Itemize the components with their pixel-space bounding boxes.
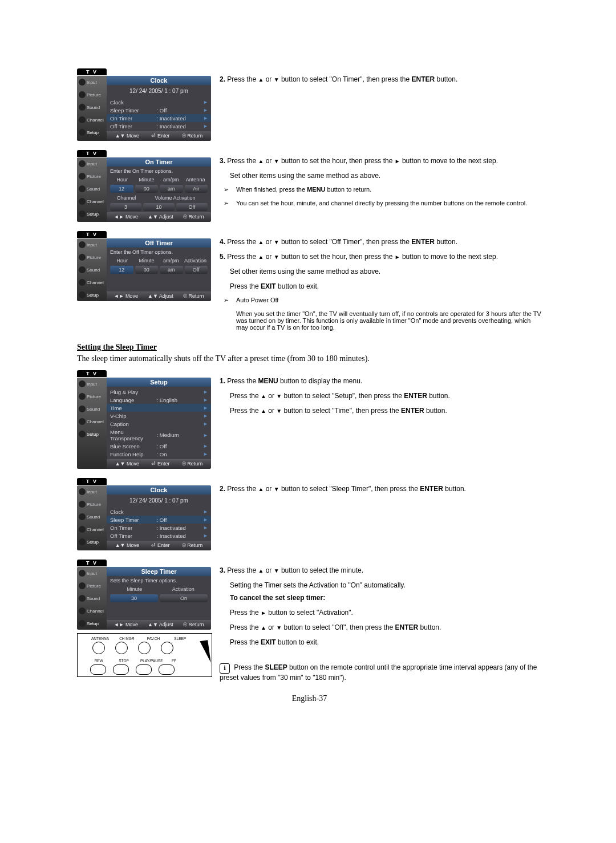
sidebar-sound: Sound: [87, 105, 100, 110]
pointer-arrow-icon: [200, 640, 210, 664]
input-icon: [79, 79, 86, 86]
chip: 3: [110, 203, 141, 211]
stop-button: [113, 664, 129, 675]
chip: am: [160, 185, 183, 193]
osd-title: Off Timer: [107, 238, 211, 248]
picture-icon: [79, 91, 86, 98]
info-icon: ℹ: [220, 663, 230, 674]
osd-tv-label: T V: [77, 68, 107, 75]
chip: Off: [185, 266, 208, 274]
sidebar-input: Input: [87, 80, 97, 85]
step-b1: 1. Press the MENU button to display the …: [214, 370, 542, 472]
chip: Air: [185, 185, 208, 193]
osd-footer: ◄► Move ▲▼ Adjust ⦾ Return: [107, 212, 211, 222]
channel-icon: [79, 116, 86, 123]
osd-on-timer: Input Picture Sound Channel Setup On Tim…: [77, 157, 211, 222]
osd-tv-label: T V: [77, 560, 107, 566]
chip: 12: [110, 266, 133, 274]
chip: 12: [110, 185, 133, 193]
osd-tv-label: T V: [77, 478, 107, 485]
channel-icon: [79, 198, 86, 205]
menu-row: On Timer: Inactivated►: [107, 114, 211, 122]
sidebar-picture: Picture: [87, 92, 101, 98]
osd-off-timer: Input Picture Sound Channel Setup Off Ti…: [77, 238, 211, 301]
sidebar-setup: Setup: [87, 130, 99, 135]
step-5: 5. Press the ▲ or ▼ button to set the ho…: [220, 253, 542, 261]
sound-icon: [79, 104, 86, 111]
chip: 30: [110, 594, 158, 602]
step-2: 2. Press the ▲ or ▼ button to select "On…: [220, 75, 542, 83]
setup-icon: [79, 210, 86, 217]
osd-setup: Input Picture Sound Channel Setup Setup …: [77, 378, 211, 469]
remote-button: [115, 642, 128, 654]
sound-icon: [79, 185, 86, 192]
osd-clock-1: Input Picture Sound Channel Setup Clock …: [77, 76, 211, 141]
step-3: 3. Press the ▲ or ▼ button to set the ho…: [214, 150, 542, 225]
remote-button: [92, 642, 105, 654]
ff-button: [159, 664, 175, 675]
chip: 00: [135, 185, 159, 193]
input-icon: [79, 160, 86, 167]
osd-tv-label: T V: [77, 370, 107, 377]
osd-sidebar: Input Picture Sound Channel Setup: [77, 157, 107, 222]
setup-icon: [79, 129, 86, 136]
play-pause-button: [136, 664, 152, 675]
menu-row: Plug & Play►: [107, 388, 211, 396]
step-b3: 3. Press the ▲ or ▼ button to select the…: [214, 560, 542, 683]
menu-row: Clock►: [107, 98, 211, 106]
sidebar-channel: Channel: [87, 117, 104, 123]
osd-title: On Timer: [107, 157, 211, 167]
osd-datetime: 12/ 24/ 2005/ 1 : 07 pm: [107, 85, 211, 97]
osd-title: Clock: [107, 76, 211, 85]
remote-button: [161, 642, 173, 654]
chip: On: [160, 594, 208, 602]
osd-help: Enter the On Timer options.: [107, 167, 211, 176]
osd-sidebar: Input Picture Sound Channel Setup: [77, 76, 107, 141]
menu-row: Off Timer: Inactivated►: [107, 122, 211, 130]
menu-row: Sleep Timer: Off►: [107, 106, 211, 114]
osd-tv-label: T V: [77, 150, 107, 157]
osd-sleep-timer: Input Picture Sound Channel Setup Sleep …: [77, 567, 211, 630]
picture-icon: [79, 173, 86, 180]
osd-tv-label: T V: [77, 231, 107, 238]
step-b2: 2. Press the ▲ or ▼ button to select "Sl…: [214, 478, 542, 554]
remote-button: [138, 642, 151, 654]
osd-footer: ▲▼ Move ⏎ Enter ⦾ Return: [107, 131, 211, 141]
page-number: English-37: [77, 694, 542, 703]
step-4: 4. Press the ▲ or ▼ button to select "Of…: [220, 238, 542, 246]
osd-clock-2: Input Picture Sound Channel Setup Clock …: [77, 485, 211, 550]
chip: Off: [176, 203, 208, 211]
chip: am: [160, 266, 183, 274]
chip: 00: [135, 266, 159, 274]
section-intro: The sleep timer automatically shuts off …: [77, 354, 542, 363]
remote-diagram: ANTENNACH MGRFAV.CHSLEEP REWSTOPPLAY/PAU…: [77, 633, 212, 677]
chip: 10: [143, 203, 175, 211]
section-heading: Setting the Sleep Timer: [77, 343, 542, 352]
osd-help: Enter the Off Timer options.: [107, 248, 211, 257]
rew-button: [90, 664, 106, 675]
